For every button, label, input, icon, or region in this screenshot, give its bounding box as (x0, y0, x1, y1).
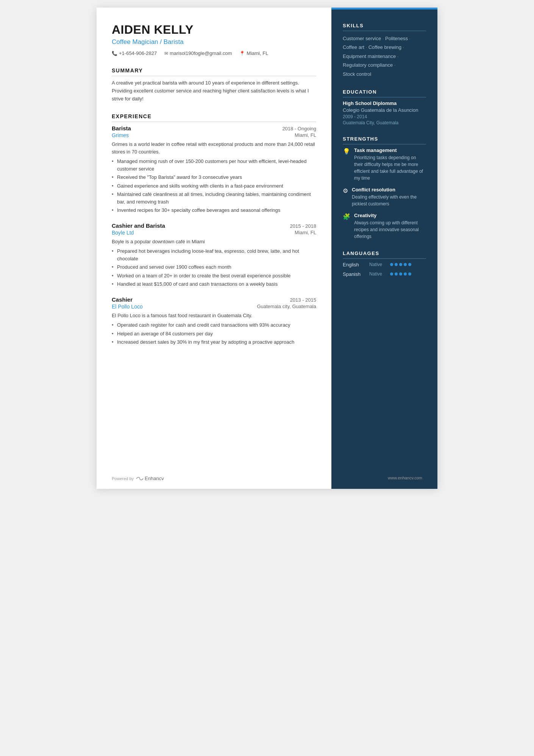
experience-title: EXPERIENCE (112, 113, 316, 122)
skills-list: Customer service · Politeness · Coffee a… (343, 34, 426, 78)
strength-content-conflict: Conflict resolution Dealing effectively … (352, 187, 426, 207)
exp-bullets-elpollo: Operated cash register for cash and cred… (112, 321, 316, 346)
lang-name-spanish: Spanish (343, 271, 369, 277)
website-url: www.enhancv.com (388, 476, 422, 481)
email-address: marisol190fogle@gmail.com (170, 50, 232, 56)
lang-dots-spanish (390, 272, 411, 275)
strength-item-conflict: ⚙ Conflict resolution Dealing effectivel… (343, 187, 426, 207)
footer: Powered by Enhancv www.enhancv.com (97, 476, 437, 481)
bullet-item: Maintained café cleanliness at all times… (112, 191, 316, 205)
location-contact: 📍 Miami, FL (239, 50, 268, 56)
exp-role-grimes: Barista (112, 125, 131, 131)
job-title: Coffee Magician / Barista (112, 38, 316, 46)
phone-icon: 📞 (112, 51, 117, 56)
exp-dates-grimes: 2018 - Ongoing (282, 126, 316, 131)
skill-item: Equipment maintenance (343, 53, 396, 59)
location-text: Miami, FL (247, 50, 268, 56)
dot (395, 263, 398, 266)
bullet-item: Helped an average of 84 customers per da… (112, 330, 316, 338)
resume-page: AIDEN KELLY Coffee Magician / Barista 📞 … (97, 8, 437, 489)
bullet-item: Produced and served over 1900 coffees ea… (112, 263, 316, 271)
language-item-spanish: Spanish Native (343, 271, 426, 277)
dot (404, 272, 407, 275)
task-management-icon: 💡 (343, 148, 350, 155)
phone-contact: 📞 +1-654-906-2827 (112, 50, 157, 56)
dot (390, 272, 393, 275)
top-accent-bar (331, 8, 437, 9)
strength-name-conflict: Conflict resolution (352, 187, 426, 193)
header-section: AIDEN KELLY Coffee Magician / Barista 📞 … (112, 23, 316, 56)
enhancv-logo-svg (136, 476, 144, 481)
contact-row: 📞 +1-654-906-2827 ✉ marisol190fogle@gmai… (112, 50, 316, 56)
creativity-icon: 🧩 (343, 213, 350, 220)
edu-dates: 2009 - 2014 (343, 114, 426, 119)
exp-location-boyle: Miami, FL (295, 230, 316, 236)
exp-location-elpollo: Guatemala city, Guatemala (257, 304, 316, 310)
strength-name-task: Task management (354, 147, 426, 153)
strength-content-creativity: Creativity Always coming up with differe… (354, 213, 426, 240)
bullet-item: Gained experience and skills working wit… (112, 182, 316, 190)
strength-item-creativity: 🧩 Creativity Always coming up with diffe… (343, 213, 426, 240)
dot (408, 272, 411, 275)
candidate-name: AIDEN KELLY (112, 23, 316, 37)
exp-company-row-boyle: Boyle Ltd Miami, FL (112, 230, 316, 236)
bullet-item: Worked on a team of 20+ in order to crea… (112, 272, 316, 280)
exp-bullets-grimes: Managed morning rush of over 150-200 cus… (112, 158, 316, 214)
email-icon: ✉ (164, 51, 168, 56)
exp-header-elpollo: Cashier 2013 - 2015 (112, 296, 316, 303)
summary-section: SUMMARY A creative yet practical barista… (112, 67, 316, 103)
bullet-item: Invented recipes for 30+ specialty coffe… (112, 207, 316, 214)
email-contact: ✉ marisol190fogle@gmail.com (164, 50, 232, 56)
exp-bullets-boyle: Prepared hot beverages including loose-l… (112, 247, 316, 288)
skill-item: Regulatory compliance (343, 62, 393, 68)
left-column: AIDEN KELLY Coffee Magician / Barista 📞 … (97, 8, 331, 489)
strength-item-task: 💡 Task management Prioritizing tasks dep… (343, 147, 426, 182)
dot (399, 272, 402, 275)
lang-level-spanish: Native (369, 271, 390, 277)
dot (404, 263, 407, 266)
powered-by-text: Powered by (112, 476, 134, 481)
exp-role-boyle: Cashier and Barista (112, 222, 165, 229)
exp-location-grimes: Miami, FL (295, 132, 316, 138)
skill-item: Stock control (343, 71, 371, 77)
edu-school: Colegio Guatemala de la Asuncion (343, 107, 426, 113)
exp-company-elpollo: El Pollo Loco (112, 304, 143, 310)
bullet-item: Received the "Top Barista" award for 3 c… (112, 174, 316, 181)
exp-dates-boyle: 2015 - 2018 (290, 223, 316, 229)
exp-header-grimes: Barista 2018 - Ongoing (112, 125, 316, 131)
exp-item-boyle: Cashier and Barista 2015 - 2018 Boyle Lt… (112, 222, 316, 288)
bullet-item: Managed morning rush of over 150-200 cus… (112, 158, 316, 172)
edu-degree: High School Diplomma (343, 100, 426, 106)
education-section: EDUCATION High School Diplomma Colegio G… (343, 89, 426, 125)
location-icon: 📍 (239, 51, 245, 56)
exp-company-row-grimes: Grimes Miami, FL (112, 132, 316, 138)
strength-desc-conflict: Dealing effectively with even the pickie… (352, 194, 426, 207)
dot (390, 263, 393, 266)
enhancv-logo: Enhancv (136, 476, 164, 481)
skill-item: Coffee brewing (368, 44, 401, 50)
summary-title: SUMMARY (112, 67, 316, 76)
strengths-section: STRENGTHS 💡 Task management Prioritizing… (343, 136, 426, 240)
edu-location: Guatemala City, Guatemala (343, 120, 426, 125)
dot (408, 263, 411, 266)
brand-name: Enhancv (145, 476, 164, 481)
experience-section: EXPERIENCE Barista 2018 - Ongoing Grimes… (112, 113, 316, 346)
exp-role-elpollo: Cashier (112, 296, 133, 303)
summary-text: A creative yet practical barista with ar… (112, 79, 316, 103)
exp-company-boyle: Boyle Ltd (112, 230, 134, 236)
exp-company-grimes: Grimes (112, 132, 129, 138)
exp-desc-boyle: Boyle is a popular downtown café in Miam… (112, 238, 316, 246)
exp-desc-elpollo: El Pollo Loco is a famous fast food rest… (112, 312, 316, 319)
bullet-item: Operated cash register for cash and cred… (112, 321, 316, 329)
education-title: EDUCATION (343, 89, 426, 97)
dot (395, 272, 398, 275)
skill-item: Politeness (385, 36, 408, 41)
exp-desc-grimes: Grimes is a world leader in coffee retai… (112, 141, 316, 155)
strength-desc-creativity: Always coming up with different recipes … (354, 219, 426, 240)
footer-powered: Powered by Enhancv (112, 476, 164, 481)
language-item-english: English Native (343, 262, 426, 268)
exp-dates-elpollo: 2013 - 2015 (290, 297, 316, 303)
languages-section: LANGUAGES English Native Spanish Native (343, 250, 426, 277)
bullet-item: Increased dessert sales by 30% in my fir… (112, 338, 316, 346)
skills-section: SKILLS Customer service · Politeness · C… (343, 23, 426, 78)
